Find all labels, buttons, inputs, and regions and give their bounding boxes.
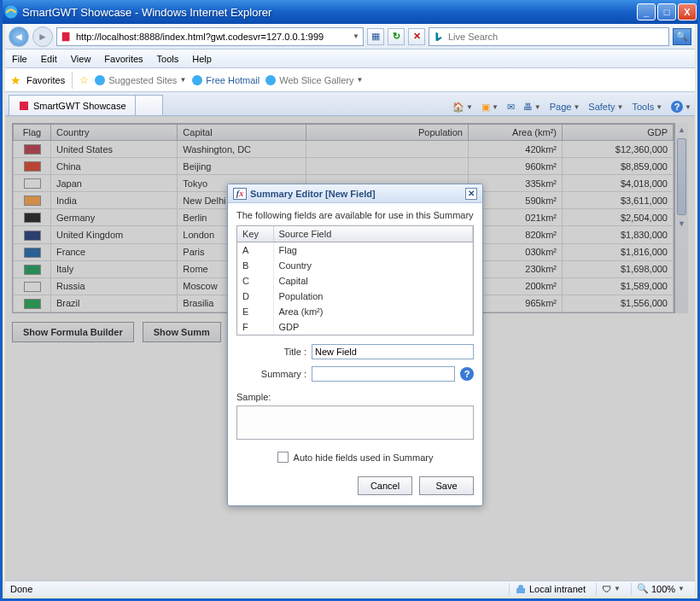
- menu-help[interactable]: Help: [192, 54, 212, 64]
- new-tab-button[interactable]: [136, 95, 163, 115]
- help-icon[interactable]: ?: [460, 367, 474, 381]
- autohide-checkbox[interactable]: [277, 452, 289, 463]
- safety-menu[interactable]: Safety ▼: [588, 102, 623, 112]
- dialog-title: Summary Editor [New Field]: [250, 189, 465, 199]
- col-source[interactable]: Source Field: [273, 226, 473, 242]
- page-icon: [61, 31, 73, 43]
- print-button[interactable]: 🖶▼: [523, 102, 541, 112]
- source-field: Country: [273, 258, 473, 273]
- tools-menu[interactable]: Tools ▼: [632, 102, 662, 112]
- favorites-bar: ★ Favorites ☆ Suggested Sites ▼ Free Hot…: [5, 68, 695, 92]
- menu-edit[interactable]: Edit: [41, 54, 57, 64]
- dialog-titlebar[interactable]: fx Summary Editor [New Field] ✕: [228, 184, 482, 203]
- chevron-down-icon: ▼: [179, 76, 186, 84]
- fav-webslice[interactable]: Web Slice Gallery ▼: [265, 74, 363, 86]
- source-key: F: [237, 319, 273, 335]
- col-key[interactable]: Key: [237, 226, 273, 242]
- page-menu[interactable]: Page ▼: [550, 102, 580, 112]
- tab-bar: SmartGWT Showcase 🏠▼ ▣▼ ✉ 🖶▼ Page ▼ Safe…: [5, 92, 695, 116]
- bing-icon: [433, 31, 445, 43]
- ie-icon: [191, 74, 203, 86]
- svg-rect-5: [20, 102, 28, 110]
- fav-hotmail[interactable]: Free Hotmail: [191, 74, 260, 86]
- compat-view-button[interactable]: ▦: [367, 28, 384, 45]
- sample-label: Sample:: [236, 392, 474, 402]
- source-key: A: [237, 242, 273, 259]
- forward-button[interactable]: ►: [32, 26, 53, 47]
- cancel-button[interactable]: Cancel: [358, 476, 412, 495]
- intranet-icon: [515, 583, 527, 595]
- dialog-intro: The following fields are available for u…: [236, 210, 474, 220]
- back-button[interactable]: ◄: [9, 26, 29, 47]
- protected-mode-segment[interactable]: 🛡 ▼: [596, 583, 626, 595]
- source-row[interactable]: CCapital: [237, 273, 473, 289]
- source-field: Capital: [273, 273, 473, 289]
- status-text: Done: [10, 584, 32, 594]
- summary-input[interactable]: [312, 366, 455, 382]
- fav-suggested[interactable]: Suggested Sites ▼: [94, 74, 186, 86]
- source-row[interactable]: EArea (km²): [237, 304, 473, 319]
- feeds-button[interactable]: ▣▼: [481, 102, 499, 113]
- search-box[interactable]: [429, 27, 669, 46]
- source-key: C: [237, 273, 273, 289]
- help-button[interactable]: ? ▼: [671, 101, 691, 113]
- svg-rect-1: [62, 32, 70, 41]
- menu-bar: File Edit View Favorites Tools Help: [5, 50, 695, 68]
- source-row[interactable]: BCountry: [237, 258, 473, 273]
- zoom-segment[interactable]: 🔍 100% ▼: [631, 583, 690, 595]
- source-field: Population: [273, 289, 473, 304]
- source-key: D: [237, 289, 273, 304]
- dialog-close-button[interactable]: ✕: [465, 188, 477, 200]
- menu-file[interactable]: File: [12, 54, 27, 64]
- save-button[interactable]: Save: [419, 476, 474, 495]
- svg-point-4: [265, 75, 276, 85]
- source-field: Area (km²): [273, 304, 473, 319]
- title-label: Title :: [236, 347, 312, 357]
- source-row[interactable]: FGDP: [237, 319, 473, 335]
- autohide-label: Auto hide fields used in Summary: [294, 452, 434, 463]
- source-field: Flag: [273, 242, 473, 259]
- sample-output: [236, 406, 474, 440]
- source-field: GDP: [273, 319, 473, 335]
- ie-icon: [265, 74, 277, 86]
- search-input[interactable]: [448, 32, 665, 42]
- tab-showcase[interactable]: SmartGWT Showcase: [9, 95, 136, 115]
- mail-button[interactable]: ✉: [507, 102, 515, 113]
- summary-editor-dialog: fx Summary Editor [New Field] ✕ The foll…: [227, 184, 483, 506]
- stop-button[interactable]: ✕: [408, 28, 425, 45]
- menu-favorites[interactable]: Favorites: [104, 54, 143, 64]
- star-icon: ★: [10, 73, 21, 87]
- address-bar[interactable]: ▼: [56, 27, 364, 46]
- ie-icon: [94, 74, 106, 86]
- refresh-button[interactable]: ↻: [388, 28, 405, 45]
- source-key: E: [237, 304, 273, 319]
- menu-tools[interactable]: Tools: [157, 54, 179, 64]
- svg-point-7: [518, 585, 523, 590]
- summary-label: Summary :: [236, 369, 312, 379]
- search-button[interactable]: 🔍: [673, 28, 691, 45]
- zone-segment: Local intranet: [509, 583, 591, 595]
- chevron-down-icon: ▼: [356, 76, 363, 84]
- status-bar: Done Local intranet 🛡 ▼ 🔍 100% ▼: [5, 581, 695, 596]
- fx-icon: fx: [233, 188, 247, 200]
- svg-point-2: [95, 75, 105, 85]
- page-icon: [18, 100, 30, 112]
- address-input[interactable]: [76, 32, 349, 42]
- nav-toolbar: ◄ ► ▼ ▦ ↻ ✕ 🔍: [5, 24, 695, 50]
- separator: [72, 72, 73, 89]
- add-fav-icon[interactable]: ☆: [79, 74, 89, 86]
- title-input[interactable]: [312, 344, 474, 359]
- source-fields-table[interactable]: Key Source Field AFlagBCountryCCapitalDP…: [236, 225, 474, 336]
- favorites-button[interactable]: Favorites: [26, 75, 65, 85]
- source-row[interactable]: DPopulation: [237, 289, 473, 304]
- menu-view[interactable]: View: [71, 54, 91, 64]
- dropdown-caret-icon[interactable]: ▼: [353, 32, 359, 40]
- source-key: B: [237, 258, 273, 273]
- source-row[interactable]: AFlag: [237, 242, 473, 259]
- svg-point-3: [192, 75, 202, 85]
- home-button[interactable]: 🏠▼: [452, 102, 473, 113]
